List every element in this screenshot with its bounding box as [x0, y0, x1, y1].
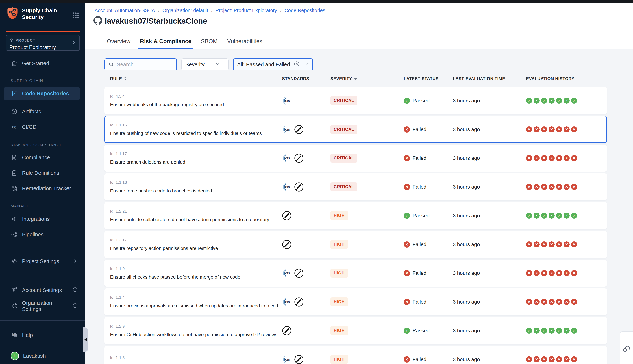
sidebar-collapse-handle[interactable]: [83, 328, 88, 352]
table-row[interactable]: Id: 1.1.16 Ensure force pushes code to b…: [104, 174, 607, 200]
history-failed-icon: ✕: [548, 356, 554, 362]
sidebar-item-label: Pipelines: [22, 232, 44, 238]
clear-filter-icon[interactable]: [294, 60, 300, 68]
owasp-standard-icon: [294, 154, 304, 163]
rule-id: Id: 1.2.9: [110, 324, 282, 329]
table-row[interactable]: Id: 1.1.4 Ensure previous approvals are …: [104, 288, 607, 315]
history-failed-icon: ✕: [526, 299, 532, 305]
history-passed-icon: ✓: [548, 328, 554, 334]
history-failed-icon: ✕: [526, 356, 532, 362]
status-cell: ✕ Failed: [404, 126, 453, 132]
history-failed-icon: ✕: [564, 241, 570, 247]
tab-sbom[interactable]: SBOM: [200, 38, 218, 50]
history-failed-icon: ✕: [564, 270, 570, 276]
severity-badge: HIGH: [330, 355, 348, 364]
tab-overview[interactable]: Overview: [106, 38, 131, 50]
owasp-standard-icon: [294, 297, 304, 307]
history-failed-icon: ✕: [541, 241, 547, 247]
search-input[interactable]: [117, 62, 173, 68]
history-failed-icon: ✕: [541, 184, 547, 190]
sidebar-item-label: Code Repositories: [22, 91, 69, 97]
tab-bar: Overview Risk & Compliance SBOM Vulnerab…: [106, 38, 263, 50]
sidebar-item-label: Integrations: [22, 216, 50, 222]
status-filter-dropdown[interactable]: All: Passed and Failed: [233, 58, 313, 70]
sidebar-item-cicd[interactable]: ∞ CI/CD: [4, 121, 80, 133]
breadcrumb-code-repositories-link[interactable]: Code Repositories: [285, 8, 325, 13]
breadcrumb-organization-link[interactable]: Organization: default: [162, 8, 208, 13]
sidebar-item-pipelines[interactable]: Pipelines: [4, 229, 80, 240]
severity-badge: HIGH: [330, 297, 348, 306]
sidebar-item-organization-settings[interactable]: Organization Settings: [4, 300, 80, 312]
status-cell: ✕ Failed: [404, 184, 453, 190]
history-failed-icon: ✕: [564, 155, 570, 161]
table-row[interactable]: Id: 1.1.5 CIS HIGH ✕ Failed 3 hours ago …: [104, 346, 607, 364]
rule-id: Id: 4.3.4: [110, 94, 282, 99]
chat-bubbles-icon[interactable]: [622, 344, 631, 355]
severity-badge: CRITICAL: [330, 154, 357, 162]
home-icon: [10, 60, 18, 67]
column-header-rule[interactable]: RULE: [104, 76, 282, 82]
search-box: [104, 58, 177, 70]
rule-id: Id: 1.1.15: [110, 123, 282, 128]
standards-cell: CIS: [282, 154, 330, 163]
history-failed-icon: ✕: [526, 155, 532, 161]
table-row[interactable]: Id: 1.1.9 Ensure all checks have passed …: [104, 260, 607, 286]
evaluation-history: ✕✕✕✕✕✕✕: [526, 155, 606, 161]
sidebar-item-help[interactable]: ? Help: [4, 329, 80, 341]
info-icon: [72, 303, 78, 310]
severity-filter-dropdown[interactable]: Severity: [181, 58, 228, 70]
user-menu[interactable]: L Lavakush: [4, 350, 80, 362]
rule-cell: Id: 1.1.9 Ensure all checks have passed …: [105, 266, 282, 280]
table-row[interactable]: Id: 1.2.9 Ensure GitHub action workflows…: [104, 317, 607, 344]
status-label: Passed: [412, 213, 430, 218]
page-title: lavakush07/StarbucksClone: [105, 16, 207, 26]
app-switcher-grid-icon[interactable]: [72, 12, 79, 20]
tab-vulnerabilities[interactable]: Vulnerabilities: [227, 38, 263, 50]
eval-time: 3 hours ago: [453, 270, 526, 276]
sidebar-item-code-repositories[interactable]: </> Code Repositories: [4, 87, 80, 100]
history-failed-icon: ✕: [548, 241, 554, 247]
cis-standard-icon: CIS: [282, 125, 292, 134]
sidebar-item-label: Project Settings: [22, 258, 59, 264]
svg-text:CIS: CIS: [285, 300, 290, 304]
project-name: Product Exploratory: [9, 44, 76, 50]
collapse-arrow-icon: [84, 338, 87, 342]
breadcrumb-account-link[interactable]: Account: Automation-SSCA: [94, 8, 155, 13]
history-failed-icon: ✕: [541, 155, 547, 161]
history-passed-icon: ✓: [548, 212, 554, 218]
project-selector[interactable]: PROJECT Product Exploratory: [6, 35, 80, 51]
cis-standard-icon: CIS: [282, 355, 292, 364]
table-row[interactable]: Id: 1.1.15 Ensure pushing of new code is…: [104, 116, 607, 143]
table-row[interactable]: Id: 4.3.4 Ensure webhooks of the package…: [104, 87, 607, 114]
sidebar-item-project-settings[interactable]: Project Settings: [4, 256, 80, 267]
column-header-severity[interactable]: SEVERITY: [330, 76, 404, 81]
chat-widget-corner: [620, 332, 633, 364]
history-passed-icon: ✓: [571, 328, 577, 334]
status-filter-label: All: Passed and Failed: [237, 62, 290, 68]
sidebar-item-label: Remediation Tracker: [22, 186, 71, 192]
history-failed-icon: ✕: [564, 299, 570, 305]
breadcrumb-project-link[interactable]: Project: Product Exploratory: [216, 8, 277, 13]
standards-cell: CIS: [282, 125, 330, 134]
table-row[interactable]: Id: 1.1.17 Ensure branch deletions are d…: [104, 145, 607, 172]
severity-filter-label: Severity: [185, 62, 204, 68]
sidebar-item-compliance[interactable]: Compliance: [4, 152, 80, 163]
history-passed-icon: ✓: [556, 98, 562, 104]
gear-icon: [10, 258, 18, 265]
sidebar-item-label: Account Settings: [22, 287, 62, 293]
sidebar-item-get-started[interactable]: Get Started: [4, 58, 80, 69]
sidebar-item-rule-definitions[interactable]: Rule Definitions: [4, 167, 80, 179]
eval-time: 3 hours ago: [453, 242, 526, 247]
sidebar-item-integrations[interactable]: Integrations: [4, 213, 80, 225]
history-failed-icon: ✕: [534, 356, 540, 362]
sidebar-item-account-settings[interactable]: Account Settings: [4, 284, 80, 296]
table-row[interactable]: Id: 1.2.21 Ensure outside collaborators …: [104, 202, 607, 229]
tab-risk-compliance[interactable]: Risk & Compliance: [140, 38, 192, 50]
project-label: PROJECT: [16, 38, 35, 42]
page-header: Account: Automation-SSCA › Organization:…: [85, 2, 633, 50]
sidebar-item-artifacts[interactable]: Artifacts: [4, 106, 80, 117]
table-row[interactable]: Id: 1.2.17 Ensure repository action perm…: [104, 231, 607, 258]
severity-badge: CRITICAL: [330, 182, 357, 191]
cis-standard-icon: CIS: [282, 268, 292, 278]
sidebar-item-remediation-tracker[interactable]: Remediation Tracker: [4, 182, 80, 194]
